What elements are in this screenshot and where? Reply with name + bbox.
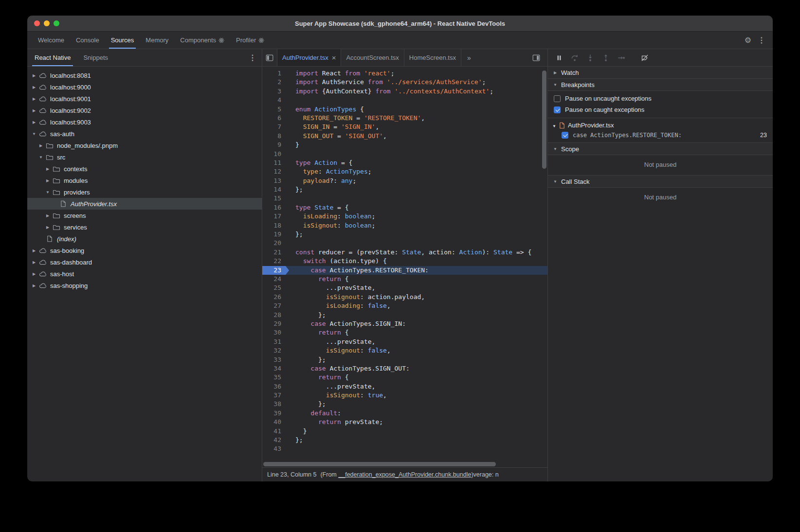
settings-gear-icon[interactable] — [742, 34, 754, 47]
navigator-more-icon[interactable] — [246, 52, 259, 64]
tree-item-localhost-8081[interactable]: localhost:8081 — [27, 70, 262, 81]
tree-item-localhost-9002[interactable]: localhost:9002 — [27, 105, 262, 116]
tab-console[interactable]: Console — [70, 32, 105, 49]
close-button[interactable] — [34, 20, 40, 26]
exception-option-pause-on-uncaught-exceptions[interactable]: Pause on uncaught exceptions — [548, 93, 773, 104]
tree-item-src[interactable]: src — [27, 151, 262, 163]
code-text[interactable]: import AuthService from '../services/Aut… — [286, 78, 486, 87]
code-text[interactable]: } — [286, 427, 307, 436]
exception-checkbox[interactable] — [554, 95, 561, 102]
navigator-tab-react-native[interactable]: React Native — [28, 49, 77, 66]
editor-tab-homescreen-tsx[interactable]: HomeScreen.tsx — [404, 49, 461, 66]
breakpoint-entry[interactable]: case ActionTypes.RESTORE_TOKEN:23 — [548, 130, 773, 140]
code-text[interactable]: }; — [286, 436, 303, 444]
expand-arrow-icon[interactable] — [37, 143, 45, 148]
tree-item-services[interactable]: services — [27, 221, 262, 233]
line-number[interactable]: 27 — [262, 301, 286, 310]
line-number[interactable]: 13 — [262, 177, 286, 185]
line-number[interactable]: 18 — [262, 221, 286, 230]
expand-arrow-icon[interactable] — [30, 284, 38, 288]
navigator-toggle-icon[interactable] — [262, 49, 277, 66]
code-text[interactable] — [286, 239, 299, 248]
vertical-scrollbar[interactable] — [542, 71, 546, 169]
tab-overflow-icon[interactable]: » — [461, 49, 477, 66]
code-text[interactable]: }; — [286, 400, 326, 408]
callstack-section-header[interactable]: Call Stack — [548, 176, 773, 188]
line-number[interactable]: 1 — [262, 69, 286, 78]
code-text[interactable]: type Action = { — [286, 159, 352, 167]
navigator-tab-snippets[interactable]: Snippets — [77, 49, 114, 66]
line-number[interactable]: 34 — [262, 364, 286, 373]
close-tab-icon[interactable] — [332, 53, 336, 62]
debugger-toggle-icon[interactable] — [529, 54, 544, 61]
line-number[interactable]: 30 — [262, 328, 286, 337]
expand-arrow-icon[interactable] — [30, 120, 38, 124]
collapse-arrow-icon[interactable] — [44, 190, 52, 195]
line-number[interactable]: 16 — [262, 203, 286, 212]
code-text[interactable]: ...prevState, — [286, 284, 375, 292]
line-number[interactable]: 36 — [262, 382, 286, 391]
line-number[interactable]: 8 — [262, 132, 286, 141]
tree-item-sas-dashboard[interactable]: sas-dashboard — [27, 256, 262, 268]
step-icon[interactable] — [617, 53, 626, 62]
code-text[interactable]: case ActionTypes.RESTORE_TOKEN: — [286, 266, 429, 275]
code-text[interactable]: switch (action.type) { — [286, 257, 387, 266]
code-text[interactable]: }; — [286, 311, 326, 319]
code-text[interactable] — [286, 194, 299, 203]
source-bundle-link[interactable]: __federation_expose_AuthProvider.chunk.b… — [338, 471, 471, 478]
line-number[interactable]: 39 — [262, 409, 286, 418]
breakpoint-checkbox[interactable] — [562, 132, 568, 139]
expand-arrow-icon[interactable] — [44, 213, 52, 218]
tab-profiler[interactable]: Profiler — [230, 32, 270, 49]
tree-item-sas-host[interactable]: sas-host — [27, 268, 262, 280]
line-number[interactable]: 24 — [262, 275, 286, 284]
expand-arrow-icon[interactable] — [44, 178, 52, 183]
code-text[interactable]: import React from 'react'; — [286, 69, 395, 78]
tree-item-node-modules-pnpm[interactable]: node_modules/.pnpm — [27, 140, 262, 151]
line-number[interactable]: 22 — [262, 257, 286, 266]
pause-icon[interactable] — [555, 53, 564, 62]
code-text[interactable]: case ActionTypes.SIGN_OUT: — [286, 364, 410, 373]
line-number[interactable]: 40 — [262, 418, 286, 426]
code-text[interactable]: isLoading: boolean; — [286, 212, 375, 221]
expand-arrow-icon[interactable] — [30, 272, 38, 276]
tree-item-index[interactable]: (index) — [27, 233, 262, 245]
line-number[interactable]: 6 — [262, 114, 286, 123]
code-text[interactable] — [286, 96, 299, 105]
editor-tab-accountscreen-tsx[interactable]: AccountScreen.tsx — [341, 49, 404, 66]
code-text[interactable]: }; — [286, 355, 326, 364]
horizontal-scrollbar[interactable] — [263, 462, 496, 466]
expand-arrow-icon[interactable] — [30, 85, 38, 89]
tree-item-contexts[interactable]: contexts — [27, 163, 262, 175]
code-text[interactable]: }; — [286, 185, 303, 194]
code-text[interactable]: return { — [286, 275, 349, 284]
zoom-button[interactable] — [54, 20, 59, 26]
line-number[interactable]: 42 — [262, 436, 286, 444]
expand-arrow-icon[interactable] — [44, 167, 52, 171]
code-text[interactable] — [286, 444, 299, 453]
watch-section-header[interactable]: Watch — [548, 67, 773, 79]
code-editor[interactable]: 1import React from 'react';2import AuthS… — [262, 67, 547, 467]
line-number[interactable]: 3 — [262, 87, 286, 96]
line-number[interactable]: 26 — [262, 293, 286, 301]
collapse-arrow-icon[interactable] — [37, 155, 45, 160]
code-text[interactable]: ...prevState, — [286, 382, 375, 391]
code-text[interactable]: isSignout: action.payload, — [286, 293, 425, 301]
tab-sources[interactable]: Sources — [105, 32, 140, 49]
line-number[interactable]: 10 — [262, 150, 286, 159]
code-text[interactable]: return { — [286, 328, 349, 337]
code-text[interactable]: return prevState; — [286, 418, 383, 426]
expand-arrow-icon[interactable] — [30, 248, 38, 253]
breakpoints-section-header[interactable]: Breakpoints — [548, 79, 773, 91]
line-number[interactable]: 31 — [262, 337, 286, 346]
code-text[interactable]: } — [286, 141, 299, 149]
line-number[interactable]: 35 — [262, 373, 286, 382]
code-text[interactable]: RESTORE_TOKEN = 'RESTORE_TOKEN', — [286, 114, 425, 123]
scope-section-header[interactable]: Scope — [548, 143, 773, 155]
expand-arrow-icon[interactable] — [30, 260, 38, 265]
step-out-icon[interactable] — [601, 53, 610, 62]
expand-arrow-icon[interactable] — [44, 225, 52, 230]
code-text[interactable]: enum ActionTypes { — [286, 105, 364, 114]
line-number[interactable]: 20 — [262, 239, 286, 248]
step-into-icon[interactable] — [586, 53, 595, 62]
